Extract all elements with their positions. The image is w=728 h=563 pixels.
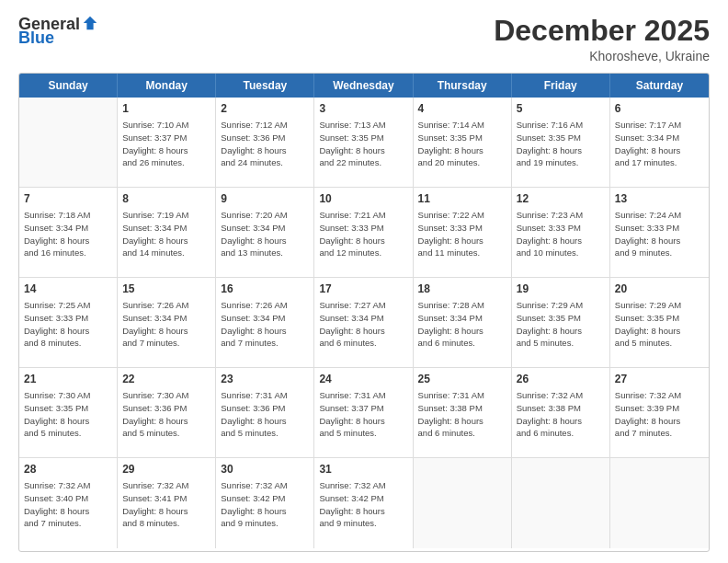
- calendar-cell: 10Sunrise: 7:21 AMSunset: 3:33 PMDayligh…: [314, 188, 413, 277]
- calendar-cell: 31Sunrise: 7:32 AMSunset: 3:42 PMDayligh…: [314, 458, 413, 548]
- cell-date-number: 7: [24, 191, 112, 207]
- cell-date-number: 3: [319, 101, 407, 117]
- cell-info: Sunrise: 7:22 AMSunset: 3:33 PMDaylight:…: [418, 209, 506, 259]
- calendar-cell: [610, 458, 709, 548]
- cell-date-number: 15: [122, 282, 210, 297]
- cell-date-number: 12: [517, 191, 605, 207]
- cell-info: Sunrise: 7:18 AMSunset: 3:34 PMDaylight:…: [24, 209, 112, 259]
- calendar-cell: [414, 458, 512, 548]
- cell-info: Sunrise: 7:23 AMSunset: 3:33 PMDaylight:…: [517, 209, 605, 259]
- cell-info: Sunrise: 7:32 AMSunset: 3:40 PMDaylight:…: [24, 479, 112, 530]
- calendar-cell: 22Sunrise: 7:30 AMSunset: 3:36 PMDayligh…: [118, 368, 216, 457]
- calendar-cell: 29Sunrise: 7:32 AMSunset: 3:41 PMDayligh…: [118, 458, 216, 548]
- cell-date-number: 20: [615, 282, 704, 297]
- cell-info: Sunrise: 7:19 AMSunset: 3:34 PMDaylight:…: [122, 209, 210, 259]
- cell-info: Sunrise: 7:21 AMSunset: 3:33 PMDaylight:…: [319, 209, 407, 259]
- header-day-wednesday: Wednesday: [314, 74, 413, 98]
- calendar-cell: 7Sunrise: 7:18 AMSunset: 3:34 PMDaylight…: [19, 188, 118, 277]
- calendar-cell: 21Sunrise: 7:30 AMSunset: 3:35 PMDayligh…: [19, 368, 118, 457]
- cell-info: Sunrise: 7:12 AMSunset: 3:36 PMDaylight:…: [221, 119, 309, 169]
- cell-info: Sunrise: 7:32 AMSunset: 3:38 PMDaylight:…: [517, 389, 605, 440]
- cell-date-number: 19: [517, 282, 605, 297]
- calendar-cell: [512, 458, 610, 548]
- calendar-cell: 4Sunrise: 7:14 AMSunset: 3:35 PMDaylight…: [414, 98, 512, 187]
- cell-info: Sunrise: 7:20 AMSunset: 3:34 PMDaylight:…: [221, 209, 309, 259]
- cell-date-number: 25: [418, 372, 506, 387]
- calendar-cell: 16Sunrise: 7:26 AMSunset: 3:34 PMDayligh…: [216, 278, 314, 367]
- cell-date-number: 8: [122, 191, 210, 207]
- calendar-cell: 24Sunrise: 7:31 AMSunset: 3:37 PMDayligh…: [314, 368, 413, 457]
- cell-info: Sunrise: 7:16 AMSunset: 3:35 PMDaylight:…: [517, 119, 605, 169]
- calendar-cell: 1Sunrise: 7:10 AMSunset: 3:37 PMDaylight…: [118, 98, 216, 187]
- cell-info: Sunrise: 7:17 AMSunset: 3:34 PMDaylight:…: [615, 119, 704, 169]
- cell-info: Sunrise: 7:13 AMSunset: 3:35 PMDaylight:…: [319, 119, 407, 169]
- cell-date-number: 4: [418, 101, 506, 117]
- cell-date-number: 11: [418, 191, 506, 207]
- calendar-row-2: 7Sunrise: 7:18 AMSunset: 3:34 PMDaylight…: [19, 188, 709, 278]
- calendar-row-4: 21Sunrise: 7:30 AMSunset: 3:35 PMDayligh…: [19, 368, 709, 458]
- cell-date-number: 13: [615, 191, 704, 207]
- cell-info: Sunrise: 7:24 AMSunset: 3:33 PMDaylight:…: [615, 209, 704, 259]
- cell-info: Sunrise: 7:30 AMSunset: 3:36 PMDaylight:…: [122, 389, 210, 440]
- cell-info: Sunrise: 7:27 AMSunset: 3:34 PMDaylight:…: [319, 299, 407, 350]
- calendar-cell: 11Sunrise: 7:22 AMSunset: 3:33 PMDayligh…: [414, 188, 512, 277]
- calendar-cell: 28Sunrise: 7:32 AMSunset: 3:40 PMDayligh…: [19, 458, 118, 548]
- cell-date-number: 6: [615, 101, 704, 117]
- calendar-cell: 3Sunrise: 7:13 AMSunset: 3:35 PMDaylight…: [314, 98, 413, 187]
- calendar-cell: 20Sunrise: 7:29 AMSunset: 3:35 PMDayligh…: [610, 278, 709, 367]
- header-day-monday: Monday: [118, 74, 216, 98]
- header-day-friday: Friday: [512, 74, 610, 98]
- cell-date-number: 9: [221, 191, 309, 207]
- calendar-cell: 6Sunrise: 7:17 AMSunset: 3:34 PMDaylight…: [610, 98, 709, 187]
- calendar-row-3: 14Sunrise: 7:25 AMSunset: 3:33 PMDayligh…: [19, 278, 709, 368]
- cell-info: Sunrise: 7:32 AMSunset: 3:39 PMDaylight:…: [615, 389, 704, 440]
- calendar-cell: 13Sunrise: 7:24 AMSunset: 3:33 PMDayligh…: [610, 188, 709, 277]
- header-day-thursday: Thursday: [414, 74, 512, 98]
- cell-info: Sunrise: 7:32 AMSunset: 3:42 PMDaylight:…: [319, 479, 407, 530]
- header-day-tuesday: Tuesday: [216, 74, 314, 98]
- cell-date-number: 21: [24, 372, 112, 387]
- cell-date-number: 17: [319, 282, 407, 297]
- logo-icon: [82, 15, 98, 31]
- calendar-cell: 23Sunrise: 7:31 AMSunset: 3:36 PMDayligh…: [216, 368, 314, 457]
- calendar-body: 1Sunrise: 7:10 AMSunset: 3:37 PMDaylight…: [19, 98, 709, 548]
- cell-date-number: 1: [122, 101, 210, 117]
- calendar-cell: 18Sunrise: 7:28 AMSunset: 3:34 PMDayligh…: [414, 278, 512, 367]
- cell-date-number: 24: [319, 372, 407, 387]
- cell-info: Sunrise: 7:31 AMSunset: 3:36 PMDaylight:…: [221, 389, 309, 440]
- cell-date-number: 29: [122, 462, 210, 477]
- cell-date-number: 10: [319, 191, 407, 207]
- calendar-cell: [19, 98, 118, 187]
- logo: General Blue: [18, 15, 98, 46]
- cell-info: Sunrise: 7:10 AMSunset: 3:37 PMDaylight:…: [122, 119, 210, 169]
- calendar-cell: 19Sunrise: 7:29 AMSunset: 3:35 PMDayligh…: [512, 278, 610, 367]
- cell-info: Sunrise: 7:31 AMSunset: 3:38 PMDaylight:…: [418, 389, 506, 440]
- cell-date-number: 23: [221, 372, 309, 387]
- location: Khorosheve, Ukraine: [494, 49, 710, 63]
- cell-info: Sunrise: 7:29 AMSunset: 3:35 PMDaylight:…: [615, 299, 704, 350]
- cell-date-number: 18: [418, 282, 506, 297]
- cell-info: Sunrise: 7:30 AMSunset: 3:35 PMDaylight:…: [24, 389, 112, 440]
- calendar-cell: 30Sunrise: 7:32 AMSunset: 3:42 PMDayligh…: [216, 458, 314, 548]
- calendar-row-1: 1Sunrise: 7:10 AMSunset: 3:37 PMDaylight…: [19, 98, 709, 188]
- cell-date-number: 16: [221, 282, 309, 297]
- cell-info: Sunrise: 7:32 AMSunset: 3:41 PMDaylight:…: [122, 479, 210, 530]
- calendar-cell: 5Sunrise: 7:16 AMSunset: 3:35 PMDaylight…: [512, 98, 610, 187]
- calendar-cell: 14Sunrise: 7:25 AMSunset: 3:33 PMDayligh…: [19, 278, 118, 367]
- calendar-cell: 26Sunrise: 7:32 AMSunset: 3:38 PMDayligh…: [512, 368, 610, 457]
- calendar-cell: 27Sunrise: 7:32 AMSunset: 3:39 PMDayligh…: [610, 368, 709, 457]
- calendar-row-5: 28Sunrise: 7:32 AMSunset: 3:40 PMDayligh…: [19, 458, 709, 548]
- cell-info: Sunrise: 7:25 AMSunset: 3:33 PMDaylight:…: [24, 299, 112, 350]
- calendar-cell: 12Sunrise: 7:23 AMSunset: 3:33 PMDayligh…: [512, 188, 610, 277]
- cell-date-number: 31: [319, 462, 407, 477]
- calendar-header: SundayMondayTuesdayWednesdayThursdayFrid…: [19, 74, 709, 98]
- logo-blue-text: Blue: [18, 29, 54, 46]
- cell-date-number: 5: [517, 101, 605, 117]
- cell-info: Sunrise: 7:29 AMSunset: 3:35 PMDaylight:…: [517, 299, 605, 350]
- cell-info: Sunrise: 7:26 AMSunset: 3:34 PMDaylight:…: [122, 299, 210, 350]
- cell-date-number: 22: [122, 372, 210, 387]
- cell-date-number: 28: [24, 462, 112, 477]
- month-title: December 2025: [494, 15, 710, 47]
- cell-date-number: 30: [221, 462, 309, 477]
- cell-date-number: 14: [24, 282, 112, 297]
